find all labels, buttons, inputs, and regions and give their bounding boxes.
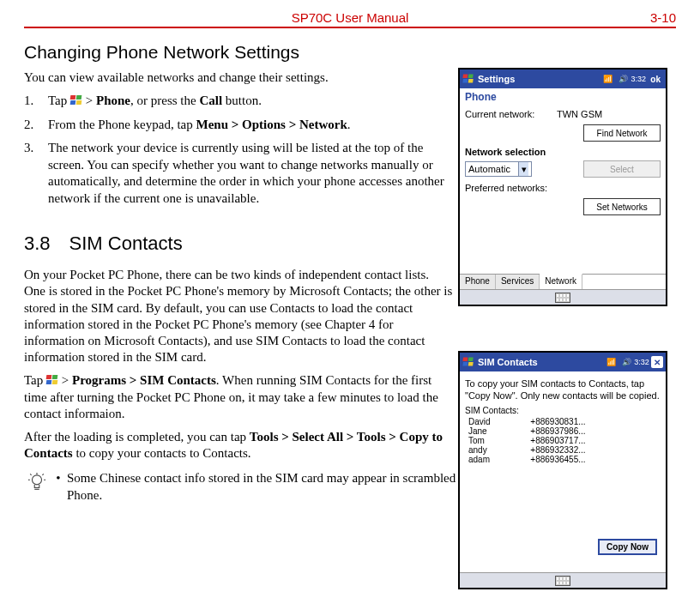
manual-title: SP70C User Manual — [292, 10, 409, 25]
select-button: Select — [583, 160, 661, 178]
screenshot-network-settings: Settings 📶 🔊 3:32 ok Phone Current netwo… — [458, 68, 667, 306]
ok-button[interactable]: ok — [648, 75, 663, 84]
start-icon — [70, 95, 82, 106]
start-icon[interactable] — [463, 75, 474, 84]
sip-bar — [460, 572, 666, 588]
window-title: SIM Contacts — [478, 357, 538, 367]
preferred-networks-label: Preferred networks: — [465, 183, 547, 193]
set-networks-button[interactable]: Set Networks — [583, 198, 661, 215]
contact-number: +886932332... — [527, 445, 661, 455]
chevron-down-icon: ▾ — [518, 162, 528, 176]
contact-number: +886903717... — [527, 436, 661, 445]
page-number: 3-10 — [650, 10, 676, 25]
step-number: 1. — [24, 93, 48, 110]
sim-contacts-table: David+886930831... Jane+886937986... Tom… — [465, 417, 661, 464]
titlebar: SIM Contacts 📶 🔊 3:32 ✕ — [460, 353, 666, 371]
tab-bar: Phone Services Network — [460, 274, 666, 289]
svg-point-0 — [33, 475, 42, 485]
sim-contacts-label: SIM Contacts: — [465, 406, 661, 415]
contact-number: +886930831... — [527, 417, 661, 426]
sim-paragraph-1: On your Pocket PC Phone, there can be tw… — [24, 267, 453, 365]
contact-number: +886936455... — [527, 455, 661, 464]
step-text: The network your device is currently usi… — [48, 140, 453, 207]
step-number: 2. — [24, 117, 48, 134]
keyboard-icon[interactable] — [555, 576, 570, 586]
table-row[interactable]: andy+886932332... — [465, 445, 661, 455]
contact-name: David — [465, 417, 527, 426]
sim-paragraph-2: Tap > Programs > SIM Contacts. When runn… — [24, 372, 453, 422]
page-header: SP70C User Manual 3-10 — [24, 10, 676, 28]
network-selection-label: Network selection — [465, 147, 661, 157]
start-icon[interactable] — [463, 358, 474, 367]
sip-bar — [460, 289, 666, 305]
copy-now-button[interactable]: Copy Now — [598, 539, 657, 555]
contact-name: Tom — [465, 436, 527, 445]
step-text: Tap > Phone, or press the Call button. — [48, 93, 453, 110]
start-icon — [46, 375, 58, 385]
section-heading-network: Changing Phone Network Settings — [24, 42, 676, 63]
tab-network[interactable]: Network — [540, 274, 582, 289]
select-value: Automatic — [468, 164, 510, 174]
svg-line-6 — [42, 474, 43, 475]
table-row[interactable]: Tom+886903717... — [465, 436, 661, 445]
tab-phone[interactable]: Phone — [460, 275, 496, 289]
contact-name: adam — [465, 455, 527, 464]
signal-icon: 📶 — [601, 73, 613, 85]
volume-icon: 🔊 — [617, 73, 629, 85]
clock: 3:32 — [636, 356, 648, 368]
sim-intro-text: To copy your SIM contacts to Contacts, t… — [465, 378, 661, 402]
contact-number: +886937986... — [527, 426, 661, 436]
note-bullet: • — [50, 470, 67, 504]
table-row[interactable]: adam+886936455... — [465, 455, 661, 464]
svg-line-5 — [30, 474, 31, 475]
tab-services[interactable]: Services — [496, 275, 540, 289]
network-steps: 1. Tap > Phone, or press the Call button… — [24, 93, 453, 207]
close-icon[interactable]: ✕ — [651, 356, 663, 368]
window-title: Settings — [478, 74, 515, 84]
find-network-button[interactable]: Find Network — [583, 124, 661, 142]
network-intro: You can view available networks and chan… — [24, 69, 453, 86]
lightbulb-icon — [24, 470, 50, 504]
contact-name: andy — [465, 445, 527, 455]
current-network-label: Current network: — [465, 109, 553, 119]
clock: 3:32 — [632, 73, 644, 85]
titlebar: Settings 📶 🔊 3:32 ok — [460, 69, 666, 88]
step-number: 3. — [24, 140, 48, 207]
sim-paragraph-3: After the loading is completed, you can … — [24, 429, 453, 462]
table-row[interactable]: David+886930831... — [465, 417, 661, 426]
table-row[interactable]: Jane+886937986... — [465, 426, 661, 436]
network-mode-select[interactable]: Automatic ▾ — [465, 161, 532, 177]
contact-name: Jane — [465, 426, 527, 436]
screenshot-sim-contacts: SIM Contacts 📶 🔊 3:32 ✕ To copy your SIM… — [458, 351, 667, 589]
step-text: From the Phone keypad, tap Menu > Option… — [48, 117, 453, 134]
current-network-value: TWN GSM — [557, 109, 661, 119]
panel-title: Phone — [460, 88, 666, 106]
signal-icon: 📶 — [605, 356, 617, 368]
volume-icon: 🔊 — [620, 356, 632, 368]
keyboard-icon[interactable] — [555, 293, 570, 303]
